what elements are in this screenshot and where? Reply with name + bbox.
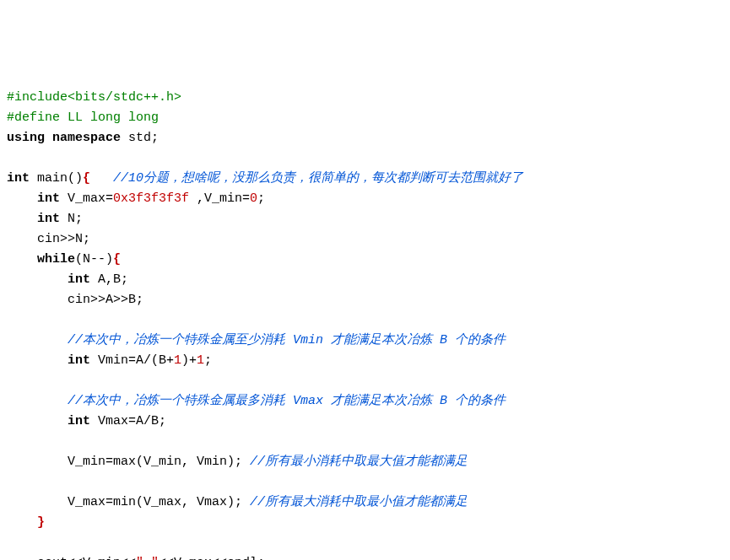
kw-int: int	[37, 191, 60, 206]
kw-while: while	[37, 252, 75, 267]
txt: N;	[60, 212, 83, 226]
txt: )+	[181, 353, 197, 368]
comment: //本次中，冶炼一个特殊金属最多消耗 Vmax 才能满足本次冶炼 B 个的条件	[68, 394, 506, 408]
string: " "	[136, 556, 159, 560]
txt: std;	[121, 131, 159, 145]
txt: <<V_max<<endl;	[159, 556, 265, 560]
kw-int: int	[68, 414, 90, 428]
code-block: #include<bits/stdc++.h> #define LL long …	[7, 88, 723, 560]
brace-open: {	[113, 252, 121, 267]
kw-int: int	[68, 353, 90, 368]
kw-int: int	[68, 272, 90, 287]
comment: //10分题，想啥呢，没那么负责，很简单的，每次都判断可去范围就好了	[90, 171, 523, 186]
txt: V_max=	[60, 191, 113, 206]
preproc-include: #include<bits/stdc++.h>	[7, 90, 181, 105]
txt: V_min=max(V_min, Vmin);	[68, 455, 250, 469]
kw-int: int	[7, 171, 30, 186]
txt: Vmax=A/B;	[90, 414, 166, 428]
comment: //所有最大消耗中取最小值才能都满足	[250, 495, 468, 509]
num: 1	[174, 353, 181, 368]
txt: ,V_min=	[189, 191, 250, 206]
txt: (N--)	[75, 252, 113, 267]
kw-using: using	[7, 131, 45, 145]
num: 1	[197, 353, 204, 368]
txt: cin>>A>>B;	[68, 293, 143, 307]
comment: //本次中，冶炼一个特殊金属至少消耗 Vmin 才能满足本次冶炼 B 个的条件	[68, 333, 506, 347]
txt: cin>>N;	[37, 232, 90, 246]
txt: cout<<V_min<<	[37, 556, 136, 560]
txt: A,B;	[90, 272, 128, 287]
kw-namespace: namespace	[52, 131, 121, 145]
txt: ;	[204, 353, 212, 368]
brace-close: }	[37, 515, 45, 530]
num: 0x3f3f3f3f	[113, 191, 189, 206]
txt: V_max=min(V_max, Vmax);	[68, 495, 250, 509]
brace-open: {	[83, 171, 90, 186]
txt: Vmin=A/(B+	[90, 353, 174, 368]
txt: main()	[30, 171, 83, 186]
kw-int: int	[37, 212, 60, 226]
txt: ;	[257, 191, 265, 206]
num: 0	[250, 191, 257, 206]
preproc-define: #define LL long long	[7, 110, 159, 125]
comment: //所有最小消耗中取最大值才能都满足	[250, 455, 468, 469]
